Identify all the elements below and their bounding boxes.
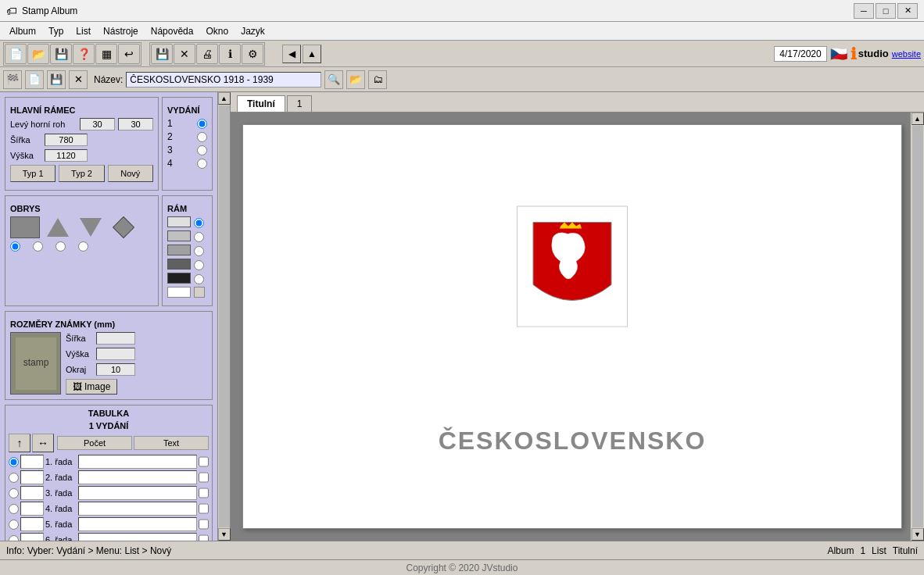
menu-nastroje[interactable]: Nástroje: [97, 24, 145, 38]
lhr-y-input[interactable]: [118, 118, 153, 130]
tbl-row-check1-2[interactable]: [199, 472, 209, 483]
ram-radio-2[interactable]: [194, 232, 204, 242]
tab-titulni[interactable]: Titulní: [237, 95, 285, 112]
ram-color-4[interactable]: [167, 259, 191, 270]
tbl-row-text-6[interactable]: [78, 533, 197, 541]
left-scroll-down[interactable]: ▼: [218, 528, 231, 541]
toolbar-btn-grid[interactable]: ▦: [95, 44, 117, 64]
menu-napoveda[interactable]: Nápověda: [145, 24, 200, 38]
left-scroll-up[interactable]: ▲: [218, 92, 231, 105]
tbl-row-text-4[interactable]: [78, 502, 197, 516]
tbl-row-text-2[interactable]: [78, 470, 197, 484]
vydani-radio-3[interactable]: [197, 145, 207, 155]
ram-color-7[interactable]: [194, 287, 205, 298]
toolbar-btn-settings[interactable]: ⚙: [242, 44, 263, 64]
list-search-btn[interactable]: 🔍: [324, 70, 343, 89]
menu-okno[interactable]: Okno: [199, 24, 235, 38]
ram-radio-4[interactable]: [194, 260, 204, 270]
tbl-row-check1-3[interactable]: [199, 488, 209, 498]
image-button[interactable]: 🖼 Image: [66, 379, 117, 395]
tbl-row-radio-5[interactable]: [9, 520, 19, 530]
shape-radio-3[interactable]: [56, 241, 66, 252]
shape-rect-btn[interactable]: [10, 216, 40, 238]
nav-prev-button[interactable]: ◀: [282, 45, 301, 63]
rozmery-sirka-input[interactable]: [96, 332, 135, 345]
ram-radio-5[interactable]: [194, 274, 204, 284]
toolbar-btn-open[interactable]: 📂: [27, 44, 49, 64]
website-link[interactable]: website: [892, 49, 921, 59]
toolbar-btn-question[interactable]: ❓: [73, 44, 95, 64]
tbl-row-radio-1[interactable]: [9, 457, 19, 467]
tbl-row-input-6[interactable]: [20, 533, 44, 541]
tbl-row-input-4[interactable]: [20, 502, 44, 516]
toolbar-btn-arrow[interactable]: ↩: [118, 44, 140, 64]
tbl-row-text-1[interactable]: [78, 455, 197, 469]
menu-typ[interactable]: Typ: [42, 24, 70, 38]
app-icon: 🏷: [6, 5, 17, 17]
ram-radio-1[interactable]: [194, 218, 204, 228]
ram-radio-3[interactable]: [194, 246, 204, 256]
ram-color-6[interactable]: [167, 287, 191, 298]
typ2-button[interactable]: Typ 2: [59, 165, 104, 182]
ram-color-3[interactable]: [167, 245, 191, 255]
sirka-input[interactable]: [45, 134, 88, 146]
list-name-field[interactable]: [126, 72, 321, 88]
tbl-row-radio-6[interactable]: [9, 535, 19, 541]
ram-color-5[interactable]: [167, 273, 191, 284]
menu-jazyk[interactable]: Jazyk: [235, 24, 271, 38]
toolbar-btn-disk[interactable]: 💾: [151, 44, 173, 64]
rozmery-vyska-input[interactable]: [96, 348, 135, 360]
shape-tri-btn[interactable]: [43, 216, 73, 238]
tbl-row-radio-3[interactable]: [9, 488, 19, 498]
vyska-input[interactable]: [45, 149, 88, 162]
tbl-row-input-1[interactable]: [20, 455, 44, 469]
shape-radio-4[interactable]: [78, 241, 88, 252]
tbl-row-radio-4[interactable]: [9, 504, 19, 514]
shape-radio-2[interactable]: [33, 241, 43, 252]
rozmery-okraj-input[interactable]: [96, 363, 135, 376]
maximize-button[interactable]: □: [876, 3, 896, 19]
ram-color-2[interactable]: [167, 230, 191, 241]
tbl-row-check1-1[interactable]: [199, 456, 209, 467]
list-new-btn[interactable]: 📄: [25, 70, 44, 89]
lhr-x-input[interactable]: [80, 118, 115, 130]
list-flag-btn[interactable]: 🏁: [3, 70, 22, 89]
toolbar-btn-info[interactable]: ℹ: [219, 44, 241, 64]
toolbar-btn-save[interactable]: 💾: [50, 44, 72, 64]
vydani-radio-2[interactable]: [197, 132, 207, 142]
shape-radio-1[interactable]: [10, 241, 20, 252]
menu-list[interactable]: List: [70, 24, 97, 38]
close-button[interactable]: ✕: [897, 3, 918, 19]
right-scroll-down[interactable]: ▼: [911, 528, 924, 541]
tbl-row-radio-2[interactable]: [9, 473, 19, 483]
tbl-row-input-3[interactable]: [20, 486, 44, 500]
list-extra-btn[interactable]: 🗂: [368, 70, 387, 89]
tbl-row-check1-6[interactable]: [199, 534, 209, 541]
toolbar-btn-x[interactable]: ✕: [174, 44, 195, 64]
tbl-row-input-5[interactable]: [20, 517, 44, 531]
right-scroll-up[interactable]: ▲: [911, 112, 924, 125]
tbl-row-text-5[interactable]: [78, 517, 197, 531]
tbl-row-check1-5[interactable]: [199, 519, 209, 530]
toolbar-btn-print[interactable]: 🖨: [196, 44, 218, 64]
minimize-button[interactable]: ─: [854, 3, 874, 19]
nav-up-button[interactable]: ▲: [303, 45, 321, 63]
tbl-row-input-2[interactable]: [20, 470, 44, 484]
tbl-arrow-up[interactable]: ↑: [9, 434, 30, 452]
ram-color-1[interactable]: [167, 216, 191, 227]
shape-diamond-btn[interactable]: [109, 216, 138, 238]
tbl-row-check1-4[interactable]: [199, 503, 209, 514]
tbl-arrow-right[interactable]: ↔: [32, 434, 54, 452]
novy-button[interactable]: Nový: [108, 165, 153, 182]
list-save-btn[interactable]: 💾: [47, 70, 66, 89]
menu-album[interactable]: Album: [3, 24, 42, 38]
vydani-radio-1[interactable]: [197, 119, 207, 129]
tab-1[interactable]: 1: [287, 95, 313, 112]
typ1-button[interactable]: Typ 1: [10, 165, 56, 182]
shape-tri-inv-btn[interactable]: [76, 216, 106, 238]
vydani-radio-4[interactable]: [197, 159, 207, 169]
tbl-row-text-3[interactable]: [78, 486, 197, 500]
list-browse-btn[interactable]: 📂: [346, 70, 365, 89]
list-delete-btn[interactable]: ✕: [69, 70, 88, 89]
toolbar-btn-new[interactable]: 📄: [5, 44, 27, 64]
